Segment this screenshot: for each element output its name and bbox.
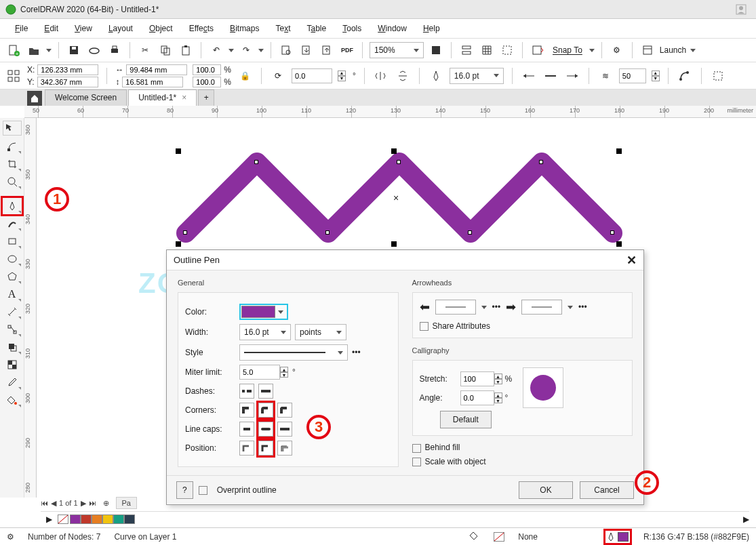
paste-button[interactable] xyxy=(178,42,194,58)
position-options[interactable] xyxy=(239,441,292,456)
eyedropper-tool[interactable] xyxy=(3,374,22,390)
menu-help[interactable]: Help xyxy=(416,21,447,36)
share-checkbox[interactable] xyxy=(420,322,429,331)
fill-swatch[interactable] xyxy=(494,532,504,542)
style-more[interactable]: ••• xyxy=(352,348,361,357)
scalex-input[interactable] xyxy=(193,64,221,75)
scale-checkbox[interactable] xyxy=(412,458,421,466)
lock-ratio-button[interactable]: 🔒 xyxy=(237,68,253,84)
scroll-right-icon[interactable]: ▶ xyxy=(743,514,749,524)
parallel-dimension-tool[interactable] xyxy=(3,304,22,320)
end-arrow-more[interactable]: ••• xyxy=(578,302,587,312)
close-curve-button[interactable] xyxy=(677,68,693,84)
wrap-button[interactable]: ≋ xyxy=(597,68,614,84)
stretch-input[interactable] xyxy=(460,371,494,386)
guides-button[interactable] xyxy=(499,42,515,58)
angle-nudge[interactable]: ▲▼ xyxy=(494,392,502,403)
mirror-h-button[interactable] xyxy=(373,68,389,84)
width-input[interactable] xyxy=(126,64,187,75)
zoom-dropdown[interactable]: 150% xyxy=(370,42,424,58)
overprint-checkbox[interactable] xyxy=(199,486,207,495)
corners-options[interactable] xyxy=(239,403,292,418)
behind-checkbox[interactable] xyxy=(412,444,421,453)
miter-nudge[interactable]: ▲▼ xyxy=(280,367,288,378)
menu-effects[interactable]: Effects xyxy=(182,21,220,36)
fill-tool[interactable] xyxy=(3,392,22,408)
open-button[interactable] xyxy=(26,42,42,58)
home-tab[interactable] xyxy=(27,91,42,106)
palette-swatch[interactable] xyxy=(124,514,135,524)
menu-layout[interactable]: Layout xyxy=(102,21,140,36)
default-button[interactable]: Default xyxy=(440,411,492,428)
save-button[interactable] xyxy=(66,42,82,58)
menu-tools[interactable]: Tools xyxy=(336,21,368,36)
palette-swatch[interactable] xyxy=(81,514,92,524)
menu-window[interactable]: Window xyxy=(371,21,414,36)
launch-icon[interactable] xyxy=(639,42,656,58)
pick-tool-cursor[interactable] xyxy=(3,121,22,136)
menu-text[interactable]: Text xyxy=(268,21,297,36)
menu-file[interactable]: File xyxy=(8,21,35,36)
gear-icon[interactable]: ⚙ xyxy=(7,532,14,542)
cut-button[interactable]: ✂ xyxy=(137,42,153,58)
tab-welcome[interactable]: Welcome Screen xyxy=(45,89,127,106)
pdf-button[interactable]: PDF xyxy=(339,42,355,58)
zigzag-curve[interactable] xyxy=(172,145,633,254)
import-button[interactable] xyxy=(298,42,315,58)
palette[interactable] xyxy=(70,514,135,524)
start-arrow-button[interactable] xyxy=(521,68,537,84)
ellipse-tool[interactable] xyxy=(3,251,22,267)
palette-swatch[interactable] xyxy=(70,514,81,524)
print-button[interactable] xyxy=(106,42,123,58)
field50-nudge[interactable]: ▲▼ xyxy=(652,70,660,81)
rot-nudge[interactable]: ▲▼ xyxy=(338,70,346,81)
width-unit-dropdown[interactable]: points xyxy=(295,324,346,340)
end-arrowhead[interactable] xyxy=(521,300,562,315)
rectangle-tool[interactable] xyxy=(3,233,22,249)
tab-document[interactable]: Untitled-1*× xyxy=(128,89,197,106)
color-picker[interactable] xyxy=(239,304,288,320)
zoom-tool[interactable] xyxy=(3,174,22,190)
start-arrow-more[interactable]: ••• xyxy=(492,302,501,312)
caps-options[interactable] xyxy=(239,422,292,437)
drop-shadow-tool[interactable] xyxy=(3,339,22,355)
connector-tool[interactable] xyxy=(3,321,22,338)
launch-dropdown[interactable] xyxy=(690,49,696,52)
menu-view[interactable]: View xyxy=(68,21,99,36)
text-tool[interactable]: A xyxy=(3,286,22,302)
export-button[interactable] xyxy=(319,42,335,58)
snapto-dropdown[interactable] xyxy=(589,49,595,52)
end-arrow-button[interactable] xyxy=(564,68,580,84)
close-tab-icon[interactable]: × xyxy=(182,93,186,102)
user-icon[interactable] xyxy=(736,4,747,15)
snapto-label[interactable]: Snap To xyxy=(553,45,582,55)
crop-tool[interactable] xyxy=(3,156,22,172)
cancel-button[interactable]: Cancel xyxy=(580,481,634,499)
options-button[interactable]: ⚙ xyxy=(609,42,625,58)
launch-label[interactable]: Launch xyxy=(660,45,686,55)
ruler-vertical[interactable]: 360350340330320310300290280 xyxy=(24,118,37,498)
artistic-media-tool[interactable] xyxy=(3,216,22,232)
undo-button[interactable]: ↶ xyxy=(208,42,224,58)
scaley-input[interactable] xyxy=(193,77,221,87)
redo-button[interactable]: ↷ xyxy=(238,42,254,58)
grid-button[interactable] xyxy=(479,42,495,58)
fill-icon[interactable] xyxy=(469,530,480,543)
x-input[interactable] xyxy=(37,64,98,75)
height-input[interactable] xyxy=(122,77,183,87)
help-button[interactable]: ? xyxy=(176,481,193,499)
bounding-button[interactable] xyxy=(710,68,726,84)
palette-swatch[interactable] xyxy=(92,514,102,524)
select-all-nodes-button[interactable] xyxy=(5,68,22,84)
transparency-tool[interactable] xyxy=(3,357,22,373)
redo-dropdown[interactable] xyxy=(258,49,264,52)
new-button[interactable]: + xyxy=(5,42,22,58)
rulers-button[interactable] xyxy=(458,42,475,58)
miter-input[interactable] xyxy=(239,365,280,380)
line-style-button[interactable] xyxy=(542,68,559,84)
mirror-v-button[interactable] xyxy=(395,68,411,84)
width-input-dialog[interactable]: 16.0 pt xyxy=(239,324,291,340)
outline-width-dropdown[interactable]: 16.0 pt xyxy=(450,68,504,84)
menu-edit[interactable]: Edit xyxy=(37,21,65,36)
stretch-nudge[interactable]: ▲▼ xyxy=(494,374,502,384)
